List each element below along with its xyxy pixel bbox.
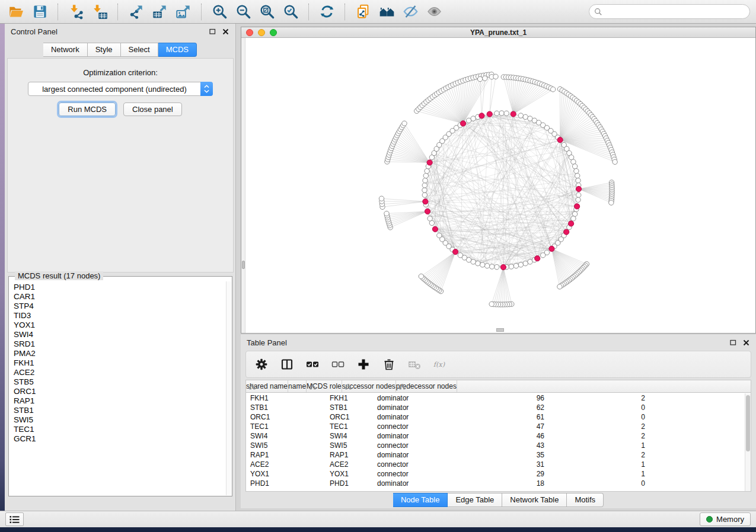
mcds-dominator-node[interactable] [500,264,506,270]
mcds-result-node[interactable]: STB5 [14,377,226,387]
zoom-selected-icon[interactable] [280,2,301,21]
network-node[interactable] [490,264,495,269]
network-node[interactable] [471,116,476,121]
network-node[interactable] [428,216,432,221]
network-node[interactable] [422,193,427,197]
mcds-result-node[interactable]: STP4 [14,302,226,311]
column-header[interactable]: predecessor nodes [396,380,457,392]
mcds-result-node[interactable]: RAP1 [14,396,226,406]
network-leaf-node[interactable] [477,76,482,81]
network-node[interactable] [523,261,528,265]
table-panel-tab[interactable]: Motifs [567,493,604,507]
network-node[interactable] [509,264,513,269]
network-leaf-node[interactable] [557,284,562,289]
control-panel-tab[interactable]: Network [43,43,88,57]
network-leaf-node[interactable] [493,74,498,79]
select-all-rows-icon[interactable] [305,357,320,371]
search-input[interactable] [605,7,745,16]
table-row[interactable]: FKH1 FKH1 dominator 96 2 [246,393,745,403]
network-node[interactable] [484,264,489,268]
close-panel-icon[interactable] [742,338,750,347]
float-panel-icon[interactable] [208,27,216,36]
network-leaf-node[interactable] [613,159,617,164]
network-leaf-node[interactable] [402,121,407,126]
zoom-fit-icon[interactable] [257,2,277,21]
network-graph[interactable] [241,38,755,333]
mcds-result-node[interactable]: PHD1 [14,283,226,292]
table-row[interactable]: YOX1 YOX1 connector 29 1 [246,469,745,479]
network-node[interactable] [504,111,509,116]
table-row[interactable]: ACE2 ACE2 connector 31 1 [246,460,745,469]
add-column-icon[interactable] [356,357,371,371]
control-panel-tab[interactable]: Style [88,43,121,57]
settings-gear-icon[interactable] [254,357,269,371]
mcds-dominator-node[interactable] [479,113,484,118]
mcds-dominator-node[interactable] [427,160,432,165]
mcds-result-node[interactable]: ORC1 [14,387,226,396]
network-node[interactable] [422,188,427,193]
network-node[interactable] [571,159,576,164]
mcds-result-node[interactable]: SRD1 [14,339,226,349]
save-session-icon[interactable] [30,2,50,21]
network-node[interactable] [425,169,429,174]
open-file-icon[interactable] [6,2,26,21]
table-panel-tab[interactable]: Network Table [502,493,567,507]
network-node[interactable] [476,261,480,265]
network-node[interactable] [574,169,579,174]
network-leaf-node[interactable] [384,211,389,216]
column-header[interactable]: name [288,380,307,392]
network-vertical-scrollbar[interactable] [241,38,245,333]
clone-network-icon[interactable] [353,2,373,21]
mcds-dominator-node[interactable] [423,199,428,204]
delete-columns-icon[interactable] [382,357,396,371]
mcds-result-node[interactable]: PMA2 [14,349,226,358]
network-node[interactable] [495,265,499,270]
column-header[interactable]: MCDS role [307,380,342,392]
mcds-dominator-node[interactable] [557,137,563,143]
network-node[interactable] [458,253,462,258]
network-node[interactable] [480,262,485,267]
table-panel-tab[interactable]: Node Table [393,493,448,507]
zoom-in-icon[interactable] [209,2,229,21]
network-node[interactable] [575,173,580,178]
network-canvas[interactable] [241,38,755,333]
close-panel-icon[interactable] [221,27,229,36]
mcds-dominator-node[interactable] [460,121,465,126]
mcds-dominator-node[interactable] [487,111,492,117]
network-node[interactable] [541,253,546,258]
table-panel-tab[interactable]: Edge Table [448,493,502,507]
network-leaf-node[interactable] [379,196,384,201]
control-panel-tab[interactable]: Select [121,43,158,57]
mcds-result-node[interactable]: TID3 [14,311,226,321]
mcds-result-node[interactable]: SWI5 [14,415,226,425]
mcds-result-node[interactable]: GCR1 [14,434,226,444]
network-leaf-node[interactable] [551,87,556,92]
mcds-result-node[interactable]: TEC1 [14,425,226,434]
hide-selected-icon[interactable] [400,2,420,21]
network-node[interactable] [513,264,518,268]
table-vertical-scrollbar[interactable] [745,393,751,491]
network-window-titlebar[interactable]: YPA_prune.txt_1 [241,27,755,38]
table-row[interactable]: PHD1 PHD1 dominator 18 0 [246,479,745,488]
import-table-icon[interactable] [90,2,110,21]
network-node[interactable] [422,183,427,188]
column-header[interactable]: shared name [246,380,288,392]
mcds-dominator-node[interactable] [564,229,569,235]
mcds-dominator-node[interactable] [432,226,438,232]
network-horizontal-scrollbar-thumb[interactable] [496,328,504,332]
mcds-result-node[interactable]: YOX1 [14,321,226,330]
table-row[interactable]: SWI4 SWI4 dominator 46 2 [246,431,745,441]
network-node[interactable] [499,111,504,116]
mcds-dominator-node[interactable] [425,209,430,214]
network-node[interactable] [518,262,523,267]
network-node[interactable] [518,113,523,118]
export-table-icon[interactable] [149,2,170,21]
network-leaf-node[interactable] [609,200,614,205]
export-network-icon[interactable] [126,2,146,21]
table-row[interactable]: STB1 STB1 dominator 62 0 [246,403,745,412]
mcds-result-node[interactable]: SWI4 [14,330,226,339]
network-leaf-node[interactable] [489,302,494,306]
mcds-list-scrollbar[interactable] [226,281,231,495]
mcds-dominator-node[interactable] [569,221,574,226]
network-node[interactable] [423,178,428,183]
